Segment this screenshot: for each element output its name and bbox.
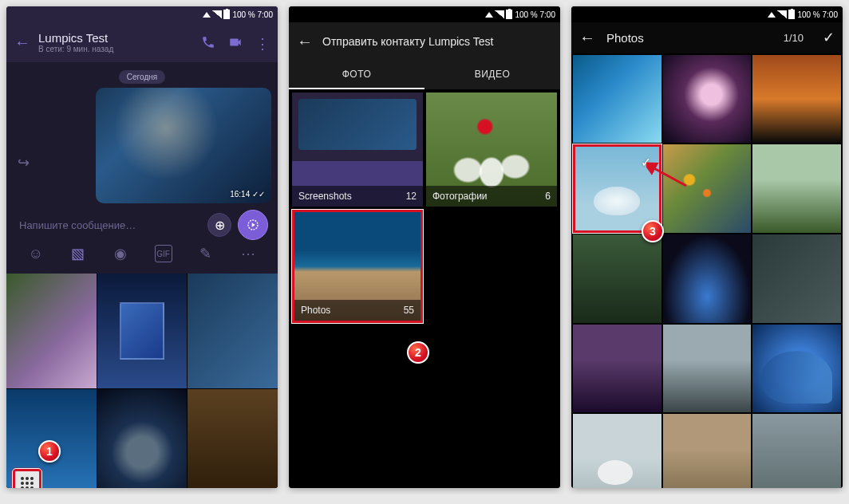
photos-title: Photos bbox=[606, 31, 772, 45]
tab-video[interactable]: ВИДЕО bbox=[424, 61, 560, 89]
call-icon[interactable] bbox=[201, 35, 215, 49]
status-time: 100 % 7:00 bbox=[232, 10, 273, 19]
chat-title[interactable]: Lumpics Test bbox=[38, 31, 193, 45]
album-screenshots[interactable]: Screenshots12 bbox=[292, 93, 423, 207]
back-icon[interactable]: ← bbox=[579, 29, 595, 47]
doodle-icon[interactable]: ✎ bbox=[197, 245, 215, 262]
photos-header: ← Photos 1/10 ✓ bbox=[571, 22, 843, 53]
photo-thumb[interactable] bbox=[573, 325, 661, 413]
status-time: 100 % 7:00 bbox=[515, 10, 555, 19]
photo-thumb[interactable] bbox=[752, 325, 841, 413]
gallery-thumb[interactable] bbox=[97, 274, 188, 388]
annotation-arrow bbox=[646, 162, 694, 194]
status-icons bbox=[203, 10, 230, 19]
photo-thumb[interactable] bbox=[573, 55, 661, 144]
gallery-thumb[interactable] bbox=[6, 274, 97, 388]
screen-2-album-picker: 100 % 7:00 ← Отправить контакту Lumpics … bbox=[289, 6, 560, 488]
battery-icon bbox=[223, 10, 230, 19]
photo-thumb[interactable] bbox=[752, 144, 841, 233]
photo-thumb[interactable] bbox=[752, 414, 841, 488]
album-name: Фотографии bbox=[432, 191, 488, 202]
notification-icon bbox=[485, 12, 493, 18]
gif-icon[interactable]: GIF bbox=[155, 245, 172, 262]
status-bar: 100 % 7:00 bbox=[571, 6, 843, 22]
sticker-icon[interactable]: ☺ bbox=[27, 245, 45, 262]
photo-thumb[interactable] bbox=[752, 55, 841, 144]
annotation-badge-2: 2 bbox=[407, 341, 429, 364]
status-icons bbox=[768, 10, 795, 19]
photo-thumb[interactable] bbox=[573, 414, 661, 488]
send-button[interactable] bbox=[238, 210, 268, 240]
tab-photo[interactable]: ФОТО bbox=[289, 61, 424, 89]
video-call-icon[interactable] bbox=[228, 35, 243, 49]
photo-thumb[interactable] bbox=[663, 325, 752, 413]
annotation-badge-3: 3 bbox=[642, 220, 664, 242]
confirm-icon[interactable]: ✓ bbox=[823, 29, 835, 46]
photo-thumb[interactable] bbox=[573, 234, 661, 323]
message-time: 16:14 ✓✓ bbox=[230, 190, 265, 199]
status-bar: 100 % 7:00 bbox=[289, 6, 560, 22]
signal-icon bbox=[212, 10, 222, 18]
album-fotografii[interactable]: Фотографии6 bbox=[426, 93, 557, 207]
photo-thumb[interactable] bbox=[663, 234, 752, 323]
picker-header: ← Отправить контакту Lumpics Test bbox=[289, 22, 560, 61]
selection-counter: 1/10 bbox=[784, 32, 804, 44]
status-bar: 100 % 7:00 bbox=[6, 6, 278, 22]
album-count: 55 bbox=[404, 305, 414, 316]
forward-icon[interactable]: ↪ bbox=[18, 154, 30, 171]
status-icons bbox=[485, 10, 512, 19]
photo-grid: ✓ bbox=[571, 53, 843, 488]
album-name: Screenshots bbox=[298, 191, 352, 202]
battery-icon bbox=[506, 10, 512, 19]
back-icon[interactable]: ← bbox=[14, 33, 30, 52]
signal-icon bbox=[495, 10, 504, 18]
svg-line-3 bbox=[651, 167, 686, 186]
date-separator: Сегодня bbox=[13, 69, 271, 83]
album-name: Photos bbox=[301, 305, 330, 316]
album-photos[interactable]: Photos55 bbox=[292, 210, 423, 324]
photo-thumb[interactable] bbox=[752, 234, 841, 323]
battery-icon bbox=[788, 10, 795, 19]
status-time: 100 % 7:00 bbox=[797, 10, 838, 19]
screen-1-viber-chat: 100 % 7:00 ← Lumpics Test В сети: 9 мин.… bbox=[6, 6, 278, 488]
gallery-thumb[interactable] bbox=[97, 389, 188, 488]
camera-icon[interactable]: ◉ bbox=[112, 245, 129, 262]
album-count: 6 bbox=[545, 191, 551, 202]
back-icon[interactable]: ← bbox=[297, 33, 313, 51]
gallery-thumb[interactable] bbox=[188, 274, 278, 388]
attachment-toolbar: ☺ ▧ ◉ GIF ✎ ⋯ bbox=[13, 240, 271, 267]
notification-icon bbox=[203, 12, 211, 18]
more-icon[interactable]: ⋮ bbox=[255, 35, 270, 49]
svg-marker-1 bbox=[252, 222, 255, 226]
apps-grid-button[interactable] bbox=[13, 469, 41, 488]
gallery-icon[interactable]: ▧ bbox=[69, 245, 87, 262]
gallery-thumb[interactable] bbox=[188, 389, 278, 488]
picker-title: Отправить контакту Lumpics Test bbox=[322, 35, 493, 48]
attach-button[interactable]: ⊕ bbox=[207, 213, 231, 237]
album-count: 12 bbox=[406, 191, 417, 202]
notification-icon bbox=[768, 12, 776, 18]
signal-icon bbox=[777, 10, 787, 18]
annotation-badge-1: 1 bbox=[38, 440, 61, 463]
more-attach-icon[interactable]: ⋯ bbox=[239, 245, 257, 262]
photo-thumb[interactable] bbox=[663, 414, 752, 488]
message-image[interactable]: 16:14 ✓✓ bbox=[96, 88, 271, 203]
chat-header: ← Lumpics Test В сети: 9 мин. назад ⋮ bbox=[6, 22, 278, 62]
screen-3-photo-grid: 100 % 7:00 ← Photos 1/10 ✓ ✓ bbox=[571, 6, 843, 488]
message-input[interactable]: Напишите сообщение… bbox=[16, 213, 201, 238]
chat-subtitle: В сети: 9 мин. назад bbox=[38, 45, 193, 53]
photo-thumb[interactable] bbox=[663, 55, 752, 144]
picker-tabs: ФОТО ВИДЕО bbox=[289, 61, 560, 89]
